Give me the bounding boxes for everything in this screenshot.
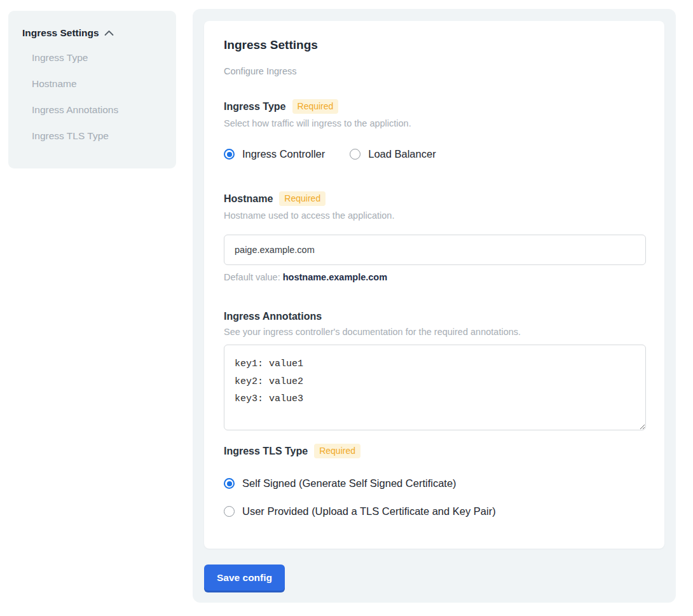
sidebar-item-ingress-tls-type[interactable]: Ingress TLS Type xyxy=(32,123,162,149)
default-value-prefix: Default value: xyxy=(224,272,283,282)
radio-unselected-icon xyxy=(224,506,235,517)
page-subtitle: Configure Ingress xyxy=(224,66,645,76)
sidebar: Ingress Settings Ingress Type Hostname I… xyxy=(8,11,176,168)
sidebar-section-header[interactable]: Ingress Settings xyxy=(22,27,162,39)
ingress-annotations-textarea[interactable] xyxy=(224,345,646,430)
hostname-help: Hostname used to access the application. xyxy=(224,210,645,221)
default-value-text: hostname.example.com xyxy=(283,272,387,282)
hostname-default-value: Default value: hostname.example.com xyxy=(224,272,645,282)
radio-label: Ingress Controller xyxy=(242,148,325,160)
sidebar-section-title: Ingress Settings xyxy=(22,27,99,39)
ingress-type-label: Ingress Type xyxy=(224,101,286,113)
hostname-label: Hostname xyxy=(224,193,273,205)
sidebar-item-ingress-type[interactable]: Ingress Type xyxy=(32,44,162,71)
hostname-input[interactable] xyxy=(224,235,646,265)
required-badge: Required xyxy=(314,444,360,458)
radio-selected-icon xyxy=(224,149,235,160)
save-config-button[interactable]: Save config xyxy=(204,565,285,591)
radio-selected-icon xyxy=(224,478,235,489)
radio-label: Self Signed (Generate Self Signed Certif… xyxy=(242,477,456,489)
radio-unselected-icon xyxy=(350,149,360,160)
radio-label: User Provided (Upload a TLS Certificate … xyxy=(242,505,496,517)
ingress-type-section: Ingress Type Required Select how traffic… xyxy=(224,99,645,160)
ingress-type-radio-group: Ingress Controller Load Balancer xyxy=(224,148,645,160)
radio-option-ingress-controller[interactable]: Ingress Controller xyxy=(224,148,325,160)
ingress-annotations-section: Ingress Annotations See your ingress con… xyxy=(224,311,645,430)
sidebar-item-ingress-annotations[interactable]: Ingress Annotations xyxy=(32,97,162,123)
required-badge: Required xyxy=(279,191,326,206)
tls-radio-group: Self Signed (Generate Self Signed Certif… xyxy=(224,477,645,517)
radio-label: Load Balancer xyxy=(368,148,436,160)
hostname-section: Hostname Required Hostname used to acces… xyxy=(224,191,645,282)
ingress-settings-card: Ingress Settings Configure Ingress Ingre… xyxy=(204,21,664,549)
ingress-type-help: Select how traffic will ingress to the a… xyxy=(224,118,645,128)
sidebar-item-hostname[interactable]: Hostname xyxy=(32,71,162,97)
ingress-tls-type-label: Ingress TLS Type xyxy=(224,446,308,457)
settings-panel: Ingress Settings Configure Ingress Ingre… xyxy=(193,9,676,603)
page-title: Ingress Settings xyxy=(224,38,645,52)
ingress-annotations-label: Ingress Annotations xyxy=(224,311,322,322)
radio-option-user-provided[interactable]: User Provided (Upload a TLS Certificate … xyxy=(224,505,645,517)
ingress-tls-type-section: Ingress TLS Type Required Self Signed (G… xyxy=(224,444,645,517)
required-badge: Required xyxy=(292,99,339,114)
ingress-annotations-help: See your ingress controller's documentat… xyxy=(224,327,645,337)
radio-option-self-signed[interactable]: Self Signed (Generate Self Signed Certif… xyxy=(224,477,645,489)
radio-option-load-balancer[interactable]: Load Balancer xyxy=(350,148,436,160)
chevron-up-icon xyxy=(104,30,114,36)
